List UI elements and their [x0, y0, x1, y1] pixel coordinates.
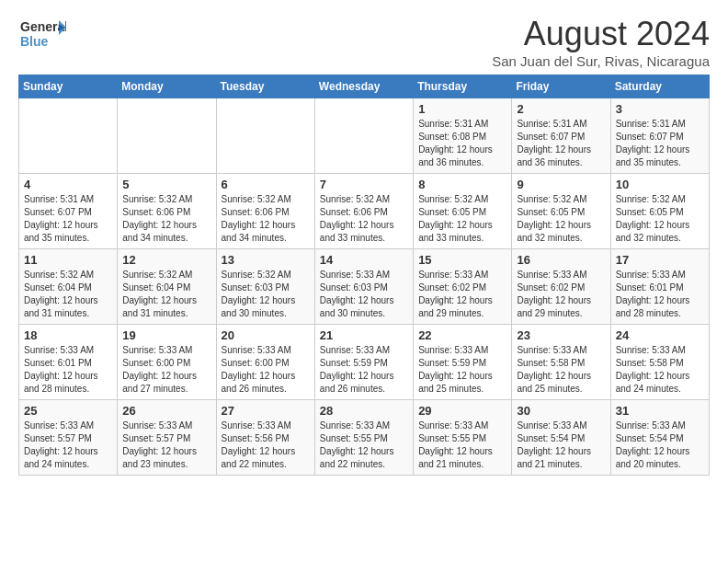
header-tuesday: Tuesday [216, 75, 314, 98]
table-row: 8Sunrise: 5:32 AM Sunset: 6:05 PM Daylig… [414, 174, 512, 249]
day-number: 30 [517, 404, 605, 418]
day-info: Sunrise: 5:33 AM Sunset: 6:02 PM Dayligh… [418, 269, 506, 320]
table-row: 20Sunrise: 5:33 AM Sunset: 6:00 PM Dayli… [216, 325, 314, 400]
table-row: 4Sunrise: 5:31 AM Sunset: 6:07 PM Daylig… [19, 174, 118, 249]
logo: General Blue [18, 15, 66, 53]
day-number: 29 [418, 404, 506, 418]
day-number: 4 [24, 178, 112, 191]
table-row: 15Sunrise: 5:33 AM Sunset: 6:02 PM Dayli… [414, 249, 512, 325]
day-info: Sunrise: 5:31 AM Sunset: 6:07 PM Dayligh… [24, 193, 112, 245]
day-number: 12 [122, 253, 210, 267]
day-info: Sunrise: 5:32 AM Sunset: 6:05 PM Dayligh… [616, 193, 704, 245]
table-row: 18Sunrise: 5:33 AM Sunset: 6:01 PM Dayli… [19, 325, 118, 400]
table-row: 3Sunrise: 5:31 AM Sunset: 6:07 PM Daylig… [610, 98, 709, 174]
day-number: 11 [24, 253, 112, 267]
day-number: 6 [222, 178, 310, 191]
calendar-week-row: 18Sunrise: 5:33 AM Sunset: 6:01 PM Dayli… [19, 325, 710, 400]
day-number: 15 [418, 253, 506, 267]
day-info: Sunrise: 5:33 AM Sunset: 6:01 PM Dayligh… [24, 344, 112, 396]
day-number: 14 [320, 253, 408, 267]
day-number: 20 [222, 328, 310, 342]
table-row: 16Sunrise: 5:33 AM Sunset: 6:02 PM Dayli… [512, 249, 610, 325]
day-info: Sunrise: 5:33 AM Sunset: 5:59 PM Dayligh… [418, 344, 506, 396]
day-number: 21 [320, 328, 408, 342]
day-info: Sunrise: 5:33 AM Sunset: 5:57 PM Dayligh… [122, 419, 210, 471]
day-info: Sunrise: 5:32 AM Sunset: 6:04 PM Dayligh… [24, 269, 112, 320]
day-info: Sunrise: 5:33 AM Sunset: 5:55 PM Dayligh… [418, 419, 506, 471]
table-row [118, 98, 216, 174]
day-number: 19 [122, 328, 210, 342]
table-row: 22Sunrise: 5:33 AM Sunset: 5:59 PM Dayli… [414, 325, 512, 400]
day-info: Sunrise: 5:33 AM Sunset: 6:00 PM Dayligh… [222, 344, 310, 396]
calendar-table: Sunday Monday Tuesday Wednesday Thursday… [18, 75, 710, 476]
header-wednesday: Wednesday [314, 75, 413, 98]
table-row: 11Sunrise: 5:32 AM Sunset: 6:04 PM Dayli… [19, 249, 118, 325]
day-number: 1 [418, 102, 506, 116]
table-row: 24Sunrise: 5:33 AM Sunset: 5:58 PM Dayli… [610, 325, 709, 400]
header-monday: Monday [118, 75, 216, 98]
table-row: 28Sunrise: 5:33 AM Sunset: 5:55 PM Dayli… [314, 400, 413, 476]
day-number: 8 [418, 178, 506, 191]
table-row: 13Sunrise: 5:32 AM Sunset: 6:03 PM Dayli… [216, 249, 314, 325]
day-number: 3 [616, 102, 704, 116]
day-info: Sunrise: 5:33 AM Sunset: 5:58 PM Dayligh… [517, 344, 605, 396]
header-thursday: Thursday [414, 75, 512, 98]
table-row: 6Sunrise: 5:32 AM Sunset: 6:06 PM Daylig… [216, 174, 314, 249]
table-row: 10Sunrise: 5:32 AM Sunset: 6:05 PM Dayli… [610, 174, 709, 249]
table-row: 26Sunrise: 5:33 AM Sunset: 5:57 PM Dayli… [118, 400, 216, 476]
table-row: 27Sunrise: 5:33 AM Sunset: 5:56 PM Dayli… [216, 400, 314, 476]
calendar-week-row: 25Sunrise: 5:33 AM Sunset: 5:57 PM Dayli… [19, 400, 710, 476]
day-number: 26 [122, 404, 210, 418]
calendar-week-row: 1Sunrise: 5:31 AM Sunset: 6:08 PM Daylig… [19, 98, 710, 174]
header-saturday: Saturday [610, 75, 709, 98]
day-info: Sunrise: 5:33 AM Sunset: 5:54 PM Dayligh… [616, 419, 704, 471]
day-info: Sunrise: 5:33 AM Sunset: 5:56 PM Dayligh… [222, 419, 310, 471]
table-row: 12Sunrise: 5:32 AM Sunset: 6:04 PM Dayli… [118, 249, 216, 325]
day-info: Sunrise: 5:32 AM Sunset: 6:05 PM Dayligh… [418, 193, 506, 245]
day-number: 24 [616, 328, 704, 342]
day-number: 28 [320, 404, 408, 418]
day-info: Sunrise: 5:33 AM Sunset: 5:58 PM Dayligh… [616, 344, 704, 396]
day-info: Sunrise: 5:32 AM Sunset: 6:06 PM Dayligh… [222, 193, 310, 245]
calendar-title: August 2024 [492, 15, 710, 53]
table-row: 5Sunrise: 5:32 AM Sunset: 6:06 PM Daylig… [118, 174, 216, 249]
day-info: Sunrise: 5:32 AM Sunset: 6:04 PM Dayligh… [122, 269, 210, 320]
svg-text:Blue: Blue [20, 34, 49, 49]
day-number: 22 [418, 328, 506, 342]
logo-icon: General Blue [18, 15, 66, 53]
day-info: Sunrise: 5:31 AM Sunset: 6:08 PM Dayligh… [418, 118, 506, 169]
table-row: 14Sunrise: 5:33 AM Sunset: 6:03 PM Dayli… [314, 249, 413, 325]
day-number: 5 [122, 178, 210, 191]
table-row: 31Sunrise: 5:33 AM Sunset: 5:54 PM Dayli… [610, 400, 709, 476]
day-number: 16 [517, 253, 605, 267]
day-info: Sunrise: 5:33 AM Sunset: 5:55 PM Dayligh… [320, 419, 408, 471]
day-number: 9 [517, 178, 605, 191]
weekday-header-row: Sunday Monday Tuesday Wednesday Thursday… [19, 75, 710, 98]
day-info: Sunrise: 5:31 AM Sunset: 6:07 PM Dayligh… [517, 118, 605, 169]
day-info: Sunrise: 5:32 AM Sunset: 6:05 PM Dayligh… [517, 193, 605, 245]
calendar-week-row: 4Sunrise: 5:31 AM Sunset: 6:07 PM Daylig… [19, 174, 710, 249]
table-row: 25Sunrise: 5:33 AM Sunset: 5:57 PM Dayli… [19, 400, 118, 476]
day-number: 2 [517, 102, 605, 116]
header: General Blue August 2024 San Juan del Su… [18, 15, 710, 69]
day-info: Sunrise: 5:32 AM Sunset: 6:06 PM Dayligh… [122, 193, 210, 245]
day-info: Sunrise: 5:33 AM Sunset: 6:00 PM Dayligh… [122, 344, 210, 396]
calendar-subtitle: San Juan del Sur, Rivas, Nicaragua [492, 53, 710, 69]
day-info: Sunrise: 5:31 AM Sunset: 6:07 PM Dayligh… [616, 118, 704, 169]
table-row [314, 98, 413, 174]
table-row [216, 98, 314, 174]
day-info: Sunrise: 5:33 AM Sunset: 5:54 PM Dayligh… [517, 419, 605, 471]
table-row: 30Sunrise: 5:33 AM Sunset: 5:54 PM Dayli… [512, 400, 610, 476]
header-sunday: Sunday [19, 75, 118, 98]
table-row: 9Sunrise: 5:32 AM Sunset: 6:05 PM Daylig… [512, 174, 610, 249]
day-info: Sunrise: 5:33 AM Sunset: 6:01 PM Dayligh… [616, 269, 704, 320]
table-row: 1Sunrise: 5:31 AM Sunset: 6:08 PM Daylig… [414, 98, 512, 174]
title-block: August 2024 San Juan del Sur, Rivas, Nic… [492, 15, 710, 69]
day-number: 27 [222, 404, 310, 418]
day-number: 18 [24, 328, 112, 342]
header-friday: Friday [512, 75, 610, 98]
day-info: Sunrise: 5:33 AM Sunset: 5:57 PM Dayligh… [24, 419, 112, 471]
day-info: Sunrise: 5:33 AM Sunset: 6:03 PM Dayligh… [320, 269, 408, 320]
day-number: 10 [616, 178, 704, 191]
calendar-container: General Blue August 2024 San Juan del Su… [0, 0, 728, 490]
